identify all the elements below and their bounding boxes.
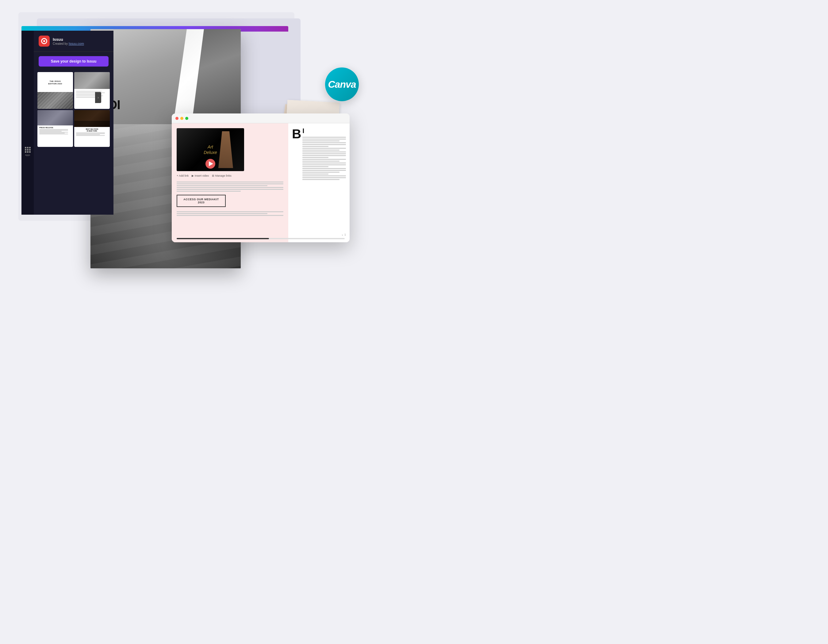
issuu-url-link[interactable]: Issuu.com (69, 42, 84, 45)
add-link-button[interactable]: + Add link (177, 174, 188, 177)
video-title-text: ArtDeluxe (204, 144, 217, 155)
apps-label: Apps (25, 154, 30, 156)
thumb-edition-title: THE ISSUUEDITION 2023 (48, 80, 62, 85)
issuu-name: Issuu (53, 37, 108, 42)
play-button[interactable] (205, 159, 215, 169)
thumbnail-toc[interactable] (74, 72, 110, 109)
issuu-logo (39, 36, 50, 47)
seafood-title: BEST SEA FOODIN NEW YORK (76, 128, 108, 132)
press-release-title: PRESS RELEASE (39, 127, 71, 128)
traffic-light-green[interactable] (185, 117, 188, 120)
video-action-buttons: + Add link ▶ Insert video ⊞ Manage links (177, 174, 283, 177)
left-sidebar: Apps (22, 31, 34, 215)
next-page-icon[interactable]: › (342, 233, 343, 237)
canva-panel: Issuu Created by Issuu.com Save your des… (34, 31, 113, 215)
access-mediakit-button[interactable]: ACCESS OUR MEDIAKIT 2023 (177, 195, 226, 207)
thumbnail-grid: THE ISSUUEDITION 2023 PRESS RELEASE (34, 71, 113, 148)
panel-header: Issuu Created by Issuu.com (34, 31, 113, 52)
article-big-b: B (292, 128, 301, 141)
thumbnail-press-release[interactable]: PRESS RELEASE (38, 110, 73, 147)
video-thumbnail-container[interactable]: ArtDeluxe (177, 128, 244, 171)
progress-fill (177, 238, 269, 239)
thumbnail-edition[interactable]: THE ISSUUEDITION 2023 (38, 72, 73, 109)
manage-links-button[interactable]: ⊞ Manage links (212, 174, 232, 177)
issuu-created-by: Created by Issuu.com (53, 42, 108, 45)
body-text-lines (177, 182, 283, 192)
browser-titlebar (172, 113, 350, 123)
body-text-lines-2 (177, 211, 283, 216)
apps-grid-icon[interactable]: Apps (23, 147, 32, 156)
insert-video-button[interactable]: ▶ Insert video (192, 174, 209, 177)
thumbnail-seafood[interactable]: BEST SEA FOODIN NEW YORK (74, 110, 110, 147)
browser-main-content: ArtDeluxe + Add link ▶ Insert video ⊞ Ma… (172, 123, 288, 242)
canva-brand-badge: Canva (325, 67, 359, 101)
reading-progress-bar[interactable] (177, 238, 345, 239)
collapse-icon: › (97, 96, 99, 100)
save-to-issuu-button[interactable]: Save your design to Issuu (39, 56, 108, 67)
canva-badge-text: Canva (328, 79, 356, 90)
browser-window: ArtDeluxe + Add link ▶ Insert video ⊞ Ma… (172, 113, 350, 242)
issuu-info: Issuu Created by Issuu.com (53, 37, 108, 45)
browser-content-area: ArtDeluxe + Add link ▶ Insert video ⊞ Ma… (172, 123, 350, 242)
traffic-light-red[interactable] (176, 117, 179, 120)
panel-collapse-button[interactable]: › (95, 92, 101, 103)
browser-right-panel: B I (288, 123, 350, 242)
traffic-light-yellow[interactable] (180, 117, 183, 120)
article-right-text-lines (303, 137, 346, 180)
page-number: 1 (344, 233, 346, 236)
